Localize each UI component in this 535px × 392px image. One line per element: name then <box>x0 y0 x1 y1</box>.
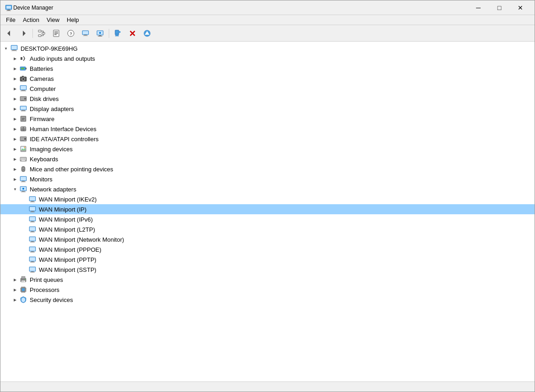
security-expander[interactable]: ▶ <box>11 296 19 303</box>
tree-item-audio[interactable]: ▶ Audio inputs and outputs <box>0 53 535 64</box>
uninstall-button[interactable] <box>126 27 139 40</box>
tree-item-wan-ip[interactable]: ▶ WAN Miniport (IP) <box>0 204 535 214</box>
tree-item-processors[interactable]: ▶ <box>0 285 535 295</box>
tree-item-mice[interactable]: ▶ Mice and other pointing devices <box>0 164 535 174</box>
tree-item-wan-pppoe[interactable]: ▶ WAN Miniport (PPPOE) <box>0 244 535 254</box>
batteries-expander[interactable]: ▶ <box>11 65 19 72</box>
network-expander[interactable]: ▼ <box>11 185 19 193</box>
minimize-button[interactable]: ─ <box>468 0 489 15</box>
svg-rect-40 <box>21 57 22 60</box>
tree-item-security[interactable]: ▶ Security devices <box>0 295 535 305</box>
battery-icon <box>19 64 28 73</box>
camera-icon <box>19 74 28 83</box>
wan-ikev2-icon <box>28 195 37 204</box>
view-devices-button[interactable] <box>79 27 92 40</box>
tree-item-batteries[interactable]: ▶ Batteries <box>0 64 535 74</box>
window-controls: ─ □ ✕ <box>468 0 531 15</box>
audio-expander[interactable]: ▶ <box>11 55 19 62</box>
svg-point-138 <box>25 279 26 280</box>
disk-expander[interactable]: ▶ <box>11 95 19 102</box>
device-tree[interactable]: ▼ DESKTOP-9KE69HG ▶ <box>0 42 535 381</box>
hid-expander[interactable]: ▶ <box>11 125 19 132</box>
back-button[interactable] <box>2 27 16 40</box>
menu-file[interactable]: File <box>2 16 19 24</box>
svg-rect-102 <box>30 197 35 201</box>
svg-rect-85 <box>22 159 23 160</box>
monitor-button[interactable] <box>93 27 107 40</box>
keyboards-expander[interactable]: ▶ <box>11 155 19 163</box>
processors-expander[interactable]: ▶ <box>11 286 19 293</box>
tree-item-printq[interactable]: ▶ Print queues <box>0 275 535 285</box>
tree-item-wan-netmon[interactable]: ▶ WAN Miniport (Network Monitor) <box>0 234 535 244</box>
wan-ipv6-label: WAN Miniport (IPv6) <box>38 216 93 223</box>
tree-item-imaging[interactable]: ▶ Imaging devices <box>0 144 535 154</box>
svg-rect-116 <box>30 232 35 233</box>
tree-item-network[interactable]: ▼ Network adapters <box>0 184 535 194</box>
tree-item-monitors[interactable]: ▶ Monitors <box>0 174 535 184</box>
svg-rect-108 <box>30 212 35 212</box>
mice-expander[interactable]: ▶ <box>11 165 19 173</box>
computer-expander[interactable]: ▶ <box>11 85 19 92</box>
svg-rect-130 <box>30 267 35 271</box>
firmware-expander[interactable]: ▶ <box>11 115 19 122</box>
batteries-label: Batteries <box>29 65 53 72</box>
tree-item-wan-pptp[interactable]: ▶ WAN Miniport (PPTP) <box>0 254 535 265</box>
cpu-icon <box>19 285 28 294</box>
help-button[interactable]: ? <box>64 27 78 40</box>
maximize-button[interactable]: □ <box>489 0 510 15</box>
tree-item-wan-ikev2[interactable]: ▶ WAN Miniport (IKEv2) <box>0 194 535 204</box>
svg-rect-104 <box>30 202 35 202</box>
svg-rect-2 <box>7 10 10 11</box>
svg-rect-114 <box>30 227 35 231</box>
svg-rect-83 <box>25 158 26 159</box>
forward-button[interactable] <box>17 27 31 40</box>
tree-item-hid[interactable]: ▶ Human Interface Devices <box>0 124 535 134</box>
tree-item-wan-sstp[interactable]: ▶ WAN Miniport (SSTP) <box>0 265 535 275</box>
imaging-icon <box>19 144 28 154</box>
toolbar-sep-1 <box>32 29 33 38</box>
close-button[interactable]: ✕ <box>510 0 531 15</box>
svg-rect-26 <box>98 36 102 37</box>
title-bar: Device Manager ─ □ ✕ <box>0 0 535 15</box>
computer-icon <box>10 44 19 53</box>
ide-label: IDE ATA/ATAPI controllers <box>29 136 99 143</box>
menu-bar: File Action View Help <box>0 15 535 25</box>
wan-netmon-icon <box>28 235 37 244</box>
tree-item-firmware[interactable]: ▶ Firmware <box>0 114 535 124</box>
tree-item-wan-l2tp[interactable]: ▶ WAN Miniport (L2TP) <box>0 224 535 234</box>
imaging-expander[interactable]: ▶ <box>11 145 19 153</box>
display-expander[interactable]: ▶ <box>11 105 19 112</box>
tree-item-cameras[interactable]: ▶ Cameras <box>0 74 535 84</box>
tree-item-disk[interactable]: ▶ Disk drives <box>0 94 535 104</box>
root-node[interactable]: ▼ DESKTOP-9KE69HG <box>0 43 535 53</box>
content-area: ▼ DESKTOP-9KE69HG ▶ <box>0 42 535 381</box>
tree-item-keyboards[interactable]: ▶ Keyboards <box>0 154 535 164</box>
svg-rect-86 <box>23 159 24 160</box>
install-button[interactable] <box>111 27 125 40</box>
printq-expander[interactable]: ▶ <box>11 276 19 283</box>
svg-rect-134 <box>21 276 25 279</box>
root-expander[interactable]: ▼ <box>2 45 10 52</box>
menu-view[interactable]: View <box>43 16 63 24</box>
cameras-label: Cameras <box>29 75 54 82</box>
tree-item-computer[interactable]: ▶ Computer <box>0 84 535 94</box>
menu-help[interactable]: Help <box>63 16 83 24</box>
svg-point-91 <box>23 168 24 169</box>
update-driver-button[interactable] <box>140 27 154 40</box>
ide-expander[interactable]: ▶ <box>11 135 19 143</box>
keyboard-icon <box>19 154 28 164</box>
tree-item-ide[interactable]: ▶ IDE ATA/ATAPI controllers <box>0 134 535 144</box>
monitors-expander[interactable]: ▶ <box>11 175 19 183</box>
firmware-label: Firmware <box>29 116 54 122</box>
tree-view-button[interactable] <box>35 27 48 40</box>
svg-rect-25 <box>99 35 101 36</box>
properties-button[interactable] <box>49 27 63 40</box>
tree-item-display[interactable]: ▶ Display adapters <box>0 104 535 114</box>
svg-point-46 <box>22 78 24 80</box>
tree-item-wan-ipv6[interactable]: ▶ WAN Miniport (IPv6) <box>0 214 535 224</box>
menu-action[interactable]: Action <box>19 16 43 24</box>
svg-rect-65 <box>22 119 25 119</box>
svg-rect-64 <box>22 118 25 118</box>
svg-point-55 <box>25 98 26 99</box>
cameras-expander[interactable]: ▶ <box>11 75 19 82</box>
